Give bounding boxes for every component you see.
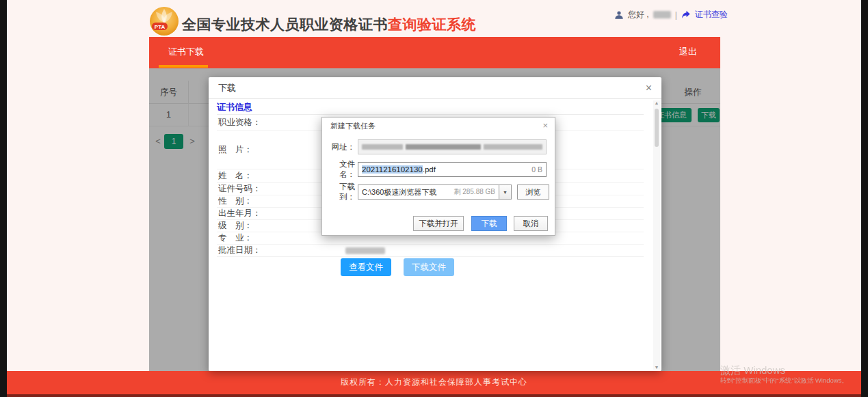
- destination-row: 下载到： C:\360极速浏览器下载 剩 285.88 GB ▼ 浏览: [328, 184, 549, 200]
- filename-extension: .pdf: [423, 165, 436, 174]
- dialog-download-button[interactable]: 下载: [471, 216, 507, 231]
- filename-row: 文件名： 20211216102130 .pdf 0 B: [328, 162, 547, 177]
- chevron-down-icon: ▼: [503, 190, 508, 195]
- modal-title: 下载: [218, 77, 236, 99]
- dialog-title: 新建下载任务: [330, 118, 376, 135]
- logo-badge-text: PTA: [155, 24, 166, 30]
- windows-activation-watermark-title: 激活 Windows: [720, 364, 785, 377]
- destination-path: C:\360极速浏览器下载: [362, 187, 436, 197]
- field-value: [333, 247, 644, 254]
- field-label: 批准日期：: [217, 245, 333, 256]
- download-and-open-button[interactable]: 下载并打开: [413, 216, 464, 231]
- field-label: 专 业：: [217, 232, 333, 244]
- destination-dropdown-button[interactable]: ▼: [499, 184, 512, 200]
- share-arrow-icon: [681, 10, 691, 19]
- screen: PTA 全国专业技术人员职业资格证书查询验证系统 您好 , | 证书查验 证书下…: [0, 0, 868, 397]
- screen-right-edge: [861, 0, 868, 397]
- url-redacted-blob: [406, 144, 481, 150]
- field-label: 出生年月：: [217, 208, 333, 219]
- view-file-button[interactable]: 查看文件: [341, 258, 391, 276]
- user-icon: [614, 10, 624, 20]
- page-title-main: 全国专业技术人员职业资格证书: [182, 16, 388, 32]
- windows-activation-watermark-subtitle: 转到“控制面板”中的“系统”以激活 Windows。: [720, 377, 848, 385]
- dialog-actions: 下载并打开 下载 取消: [322, 216, 555, 231]
- field-label: 姓 名：: [217, 170, 333, 182]
- page-title: 全国专业技术人员职业资格证书查询验证系统: [182, 15, 476, 34]
- logout-button[interactable]: 退出: [679, 38, 697, 66]
- filename-input[interactable]: 20211216102130 .pdf 0 B: [358, 162, 547, 177]
- cert-verify-link[interactable]: 证书查验: [695, 9, 728, 20]
- scrollbar-thumb[interactable]: [655, 109, 659, 147]
- modal-actions: 查看文件 下载文件: [341, 258, 454, 276]
- url-row: 网址：: [328, 139, 547, 154]
- url-redacted-blob: [362, 144, 403, 150]
- modal-header: 下载 ×: [209, 77, 661, 99]
- active-tab-underline: [159, 65, 208, 68]
- screen-left-edge: [0, 0, 7, 397]
- dialog-header: 新建下载任务 ×: [322, 118, 555, 135]
- scroll-up-icon[interactable]: ▲: [653, 100, 660, 105]
- pta-logo-icon: PTA: [149, 6, 179, 36]
- destination-path-select[interactable]: C:\360极速浏览器下载 剩 285.88 GB: [358, 184, 499, 200]
- url-redacted-blob: [484, 144, 542, 150]
- page-title-accent: 查询验证系统: [388, 16, 476, 32]
- cancel-button[interactable]: 取消: [514, 216, 548, 231]
- modal-scrollbar[interactable]: ▲ ▼: [653, 100, 660, 370]
- download-file-button[interactable]: 下载文件: [404, 258, 454, 276]
- tab-cert-download[interactable]: 证书下载: [168, 38, 204, 66]
- approval-date-redacted: [345, 247, 385, 254]
- scroll-down-icon[interactable]: ▼: [653, 365, 660, 370]
- filename-label: 文件名：: [328, 159, 355, 180]
- field-label: 证件号码：: [217, 183, 333, 195]
- dialog-close-icon[interactable]: ×: [542, 120, 548, 131]
- field-label: 照 片：: [217, 144, 333, 156]
- cert-info-section-title: 证书信息: [217, 99, 644, 115]
- free-space-label: 剩 285.88 GB: [453, 187, 495, 197]
- url-field: [358, 139, 547, 154]
- footer-bottom-strip: [7, 394, 861, 397]
- url-label: 网址：: [328, 142, 355, 152]
- field-label: 性 别：: [217, 195, 333, 207]
- filename-selected-text: 20211216102130: [362, 165, 423, 174]
- browse-button[interactable]: 浏览: [517, 184, 549, 200]
- separator: |: [675, 10, 677, 20]
- file-size-label: 0 B: [531, 165, 542, 174]
- field-row-approval-date: 批准日期：: [217, 245, 644, 257]
- new-download-task-dialog: 新建下载任务 × 网址： 文件名： 20211216102130 .pdf 0 …: [321, 117, 555, 236]
- destination-label: 下载到：: [328, 182, 355, 202]
- username-redacted: [653, 11, 671, 18]
- nav-bar: 证书下载 退出: [149, 38, 720, 68]
- field-label: 职业资格：: [217, 117, 333, 128]
- field-label: 级 别：: [217, 220, 333, 232]
- greeting-text: 您好 ,: [628, 9, 649, 20]
- modal-close-icon[interactable]: ×: [646, 81, 652, 95]
- account-bar: 您好 , | 证书查验: [614, 9, 728, 20]
